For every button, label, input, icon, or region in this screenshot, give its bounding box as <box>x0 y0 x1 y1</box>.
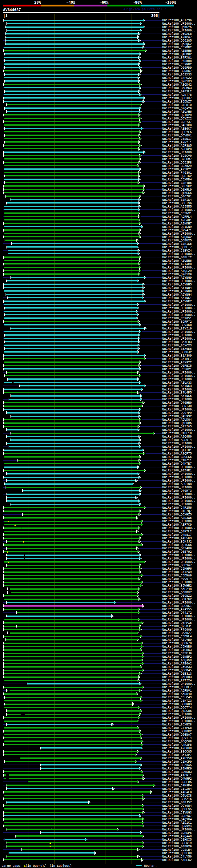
svg-text:UniRef100_Q7SC06: UniRef100_Q7SC06 <box>162 709 192 713</box>
svg-text:UniRef100_UPI000..: UniRef100_UPI000.. <box>162 560 195 564</box>
svg-text:UniRef100_A9PAD1: UniRef100_A9PAD1 <box>162 219 192 222</box>
svg-text:UniRef100_A8X922: UniRef100_A8X922 <box>162 361 192 364</box>
svg-text:UniRef100_B8RIS5: UniRef100_B8RIS5 <box>162 242 192 246</box>
svg-text:UniRef100_A1CNI1: UniRef100_A1CNI1 <box>162 774 192 777</box>
svg-text:UniRef100_B9HKP6: UniRef100_B9HKP6 <box>162 831 192 835</box>
svg-text:UniRef100_C5P8D3: UniRef100_C5P8D3 <box>162 676 192 679</box>
svg-text:UniRef100_C0NEF2: UniRef100_C0NEF2 <box>162 655 192 659</box>
svg-text:UniRef100_A7E6A2: UniRef100_A7E6A2 <box>162 662 192 665</box>
svg-text:UniRef100_C5XMD4: UniRef100_C5XMD4 <box>162 178 192 181</box>
svg-text:UniRef100_UPI000..: UniRef100_UPI000.. <box>162 337 195 341</box>
svg-text:UniRef100_A2QAA0: UniRef100_A2QAA0 <box>162 835 192 838</box>
svg-text:UniRef100_Q7QA29: UniRef100_Q7QA29 <box>162 107 192 110</box>
svg-text:UniRef100_B8BJ57: UniRef100_B8BJ57 <box>162 801 192 804</box>
svg-text:UniRef100_B1A309: UniRef100_B1A309 <box>162 354 192 358</box>
svg-text:UniRef100_C4Y2W9: UniRef100_C4Y2W9 <box>162 570 192 574</box>
svg-text:UniRef100_Q1HRL9: UniRef100_Q1HRL9 <box>162 188 192 191</box>
svg-text:UniRef100_UPI000..: UniRef100_UPI000.. <box>162 713 195 716</box>
svg-text:UniRef100_Q4Q3G4: UniRef100_Q4Q3G4 <box>162 818 192 821</box>
svg-text:UniRef100_C5DNL4: UniRef100_C5DNL4 <box>162 635 192 638</box>
svg-text:UniRef100_UPI000..: UniRef100_UPI000.. <box>162 310 195 313</box>
svg-text:UniRef100_UPI000..: UniRef100_UPI000.. <box>162 371 195 374</box>
svg-text:Large gaps: ▲(in Query)/- (in: Large gaps: ▲(in Query)/- (in Subject) <box>2 864 72 868</box>
svg-text:UniRef100_A5BRH6: UniRef100_A5BRH6 <box>162 49 192 53</box>
svg-text:UniRef100_Q2GNA7: UniRef100_Q2GNA7 <box>162 733 192 737</box>
svg-text:=50char.: =50char. <box>142 864 157 868</box>
svg-text:UniRef100_B5X6E6: UniRef100_B5X6E6 <box>162 347 192 351</box>
svg-text:UniRef100_C1LZ64: UniRef100_C1LZ64 <box>162 787 192 791</box>
svg-text:UniRef100_C6SWX1: UniRef100_C6SWX1 <box>162 212 192 215</box>
svg-text:UniRef100_Q9N9V4: UniRef100_Q9N9V4 <box>162 825 192 828</box>
svg-text:UniRef100_C7YPS8: UniRef100_C7YPS8 <box>162 726 192 730</box>
svg-text:UniRef100_B9WHR2: UniRef100_B9WHR2 <box>162 584 192 588</box>
svg-text:UniRef100_Q201X9: UniRef100_Q201X9 <box>162 273 192 276</box>
svg-text:UniRef100_A9NKH7: UniRef100_A9NKH7 <box>162 222 192 225</box>
svg-text:UniRef100_B6K7G2: UniRef100_B6K7G2 <box>162 598 192 601</box>
svg-text:UniRef100_B8M0R2: UniRef100_B8M0R2 <box>162 730 192 733</box>
svg-text:UniRef100_B7FH10: UniRef100_B7FH10 <box>162 103 192 107</box>
svg-text:UniRef100_Q4KTB7: UniRef100_Q4KTB7 <box>162 462 192 466</box>
svg-text:UniRef100_A9PDP8: UniRef100_A9PDP8 <box>162 148 192 151</box>
svg-text:UniRef100_UPI000..: UniRef100_UPI000.. <box>162 151 195 154</box>
svg-text:AlignView.pm Beta rel.7: AlignView.pm Beta rel.7 <box>124 8 166 11</box>
svg-text:UniRef100_B5XBX8: UniRef100_B5XBX8 <box>162 723 192 726</box>
svg-text:UniRef100_UPI000..: UniRef100_UPI000.. <box>162 374 195 378</box>
svg-text:UniRef100_UPI000..: UniRef100_UPI000.. <box>162 554 195 557</box>
svg-text:UniRef100_A8E6C7: UniRef100_A8E6C7 <box>162 127 192 130</box>
svg-text:UniRef100_Q59NZ2: UniRef100_Q59NZ2 <box>162 594 192 598</box>
svg-text:UniRef100_A7KCW7: UniRef100_A7KCW7 <box>162 36 192 39</box>
svg-text:UniRef100_A6YNH5: UniRef100_A6YNH5 <box>162 283 192 286</box>
svg-text:~40%: ~40% <box>66 1 76 5</box>
svg-text:UniRef100_A3LVB9: UniRef100_A3LVB9 <box>162 638 192 642</box>
svg-text:UniRef100_A8UER6: UniRef100_A8UER6 <box>162 259 192 262</box>
svg-text:UniRef100_B2WKH3: UniRef100_B2WKH3 <box>162 770 192 774</box>
svg-text:UniRef100_A4S5K3: UniRef100_A4S5K3 <box>162 537 192 540</box>
svg-text:UniRef100_C8VUG3: UniRef100_C8VUG3 <box>162 811 192 814</box>
svg-text:UniRef100_C9SLB4: UniRef100_C9SLB4 <box>162 848 192 852</box>
svg-text:UniRef100_UPI000..: UniRef100_UPI000.. <box>162 720 195 723</box>
svg-text:UniRef100_A8UAH6: UniRef100_A8UAH6 <box>162 110 192 114</box>
svg-text:~60%: ~60% <box>100 1 109 5</box>
svg-text:UniRef100_A3C1N8: UniRef100_A3C1N8 <box>162 483 192 486</box>
svg-text:UniRef100_B0FSK2: UniRef100_B0FSK2 <box>162 185 192 188</box>
svg-text:UniRef100_Q53LU9: UniRef100_Q53LU9 <box>162 852 192 855</box>
svg-text:UniRef100_A6YNF7: UniRef100_A6YNF7 <box>162 300 192 303</box>
svg-text:UniRef100_UPI000..: UniRef100_UPI000.. <box>162 252 195 256</box>
svg-text:UniRef100_C1HCP9: UniRef100_C1HCP9 <box>162 760 192 764</box>
svg-text:UniRef100_B3H4B6: UniRef100_B3H4B6 <box>162 181 192 185</box>
svg-text:UniRef100_P0C0T4: UniRef100_P0C0T4 <box>162 577 192 581</box>
svg-text:UniRef100_A6YNG1: UniRef100_A6YNG1 <box>162 297 192 300</box>
svg-text:UniRef100_A7QUW2: UniRef100_A7QUW2 <box>162 236 192 239</box>
svg-text:UniRef100_B5DGJ2: UniRef100_B5DGJ2 <box>162 351 192 354</box>
svg-text:UniRef100_B3RIJ0: UniRef100_B3RIJ0 <box>162 405 192 408</box>
svg-text:UniRef100_A6YNG9: UniRef100_A6YNG9 <box>162 276 192 280</box>
svg-text:UniRef100_B6ETS6: UniRef100_B6ETS6 <box>162 202 192 205</box>
svg-text:UniRef100_A6YNH4: UniRef100_A6YNH4 <box>162 286 192 290</box>
svg-text:UniRef100_Q5KGY5: UniRef100_Q5KGY5 <box>162 26 192 29</box>
svg-text:UniRef100_UPI000..: UniRef100_UPI000.. <box>162 408 195 411</box>
svg-text:UniRef100_B5DWZ7: UniRef100_B5DWZ7 <box>162 100 192 103</box>
svg-text:UniRef100_B6ADZ7: UniRef100_B6ADZ7 <box>162 631 192 635</box>
svg-text:UniRef100_UPI000..: UniRef100_UPI000.. <box>162 493 195 496</box>
svg-text:UniRef100_A8QF75: UniRef100_A8QF75 <box>162 452 192 456</box>
svg-text:20%: 20% <box>34 1 41 5</box>
svg-text:UniRef100_B0EK19: UniRef100_B0EK19 <box>162 841 192 845</box>
svg-text:UniRef100_A6RNV1: UniRef100_A6RNV1 <box>162 689 192 692</box>
svg-text:UniRef100_A6QXS9: UniRef100_A6QXS9 <box>162 659 192 662</box>
svg-text:UniRef100_UPI000..: UniRef100_UPI000.. <box>162 618 195 621</box>
svg-text:UniRef100_B4FXK8: UniRef100_B4FXK8 <box>162 124 192 127</box>
svg-text:UniRef100_Q8GYL5: UniRef100_Q8GYL5 <box>162 130 192 134</box>
svg-text:UniRef100_UPI000..: UniRef100_UPI000.. <box>162 22 195 26</box>
svg-text:UniRef100_Q5CTY4: UniRef100_Q5CTY4 <box>162 706 192 709</box>
svg-text:UniRef100_A5DH40: UniRef100_A5DH40 <box>162 692 192 696</box>
svg-text:UniRef100_Q70HR0: UniRef100_Q70HR0 <box>162 401 192 405</box>
svg-text:UniRef100_P52821: UniRef100_P52821 <box>162 368 192 371</box>
svg-text:UniRef100_UPI000..: UniRef100_UPI000.. <box>162 388 195 391</box>
svg-text:AV644687: AV644687 <box>3 8 21 12</box>
svg-text:UniRef100_UPI000..: UniRef100_UPI000.. <box>162 466 195 469</box>
svg-text:UniRef100_C5XNB2: UniRef100_C5XNB2 <box>162 63 192 66</box>
svg-text:UniRef100_P62851: UniRef100_P62851 <box>162 317 192 320</box>
svg-text:UniRef100_Q03409: UniRef100_Q03409 <box>162 547 192 550</box>
svg-text:UniRef100_UPI000..: UniRef100_UPI000.. <box>162 472 195 476</box>
svg-text:UniRef100_Q5BES5: UniRef100_Q5BES5 <box>162 808 192 811</box>
